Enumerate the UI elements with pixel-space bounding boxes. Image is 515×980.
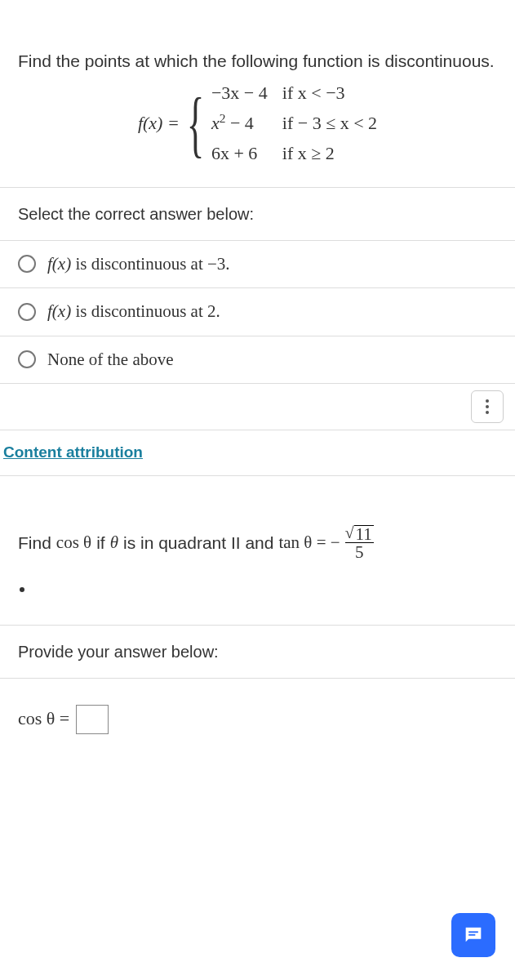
radio-icon <box>18 350 36 368</box>
content-attribution: Content attribution <box>0 430 515 475</box>
tan-expr: tan θ = − <box>278 531 340 555</box>
piecewise-function: f(x) = { −3x − 4 if x < −3 x2 − 4 if − 3… <box>18 81 497 166</box>
option-2-text: f(x) is discontinuous at 2. <box>47 300 220 323</box>
q1-stem-block: Find the points at which the following f… <box>0 0 515 188</box>
piece3-expr: 6x + 6 <box>211 141 268 167</box>
option-3[interactable]: None of the above <box>0 336 515 384</box>
content-attribution-link[interactable]: Content attribution <box>3 443 143 461</box>
answer-input[interactable] <box>76 705 109 734</box>
q2-prompt: Provide your answer below: <box>0 626 515 679</box>
dots-icon <box>486 399 489 403</box>
cos-theta: cos θ <box>56 531 91 555</box>
radio-icon <box>18 255 36 273</box>
piece1-cond: if x < −3 <box>282 81 377 106</box>
open-brace: { <box>187 96 205 153</box>
more-options-button[interactable] <box>471 390 504 423</box>
option-1[interactable]: f(x) is discontinuous at −3. <box>0 241 515 288</box>
answer-label: cos θ = <box>18 706 69 732</box>
q1-select-prompt: Select the correct answer below: <box>0 188 515 241</box>
piece1-expr: −3x − 4 <box>211 81 268 106</box>
piece3-cond: if x ≥ 2 <box>282 141 377 167</box>
chat-button[interactable] <box>451 913 495 957</box>
option-1-text: f(x) is discontinuous at −3. <box>47 252 230 276</box>
svg-rect-0 <box>468 931 478 933</box>
answer-row: cos θ = <box>0 679 515 751</box>
bullet-dot <box>20 587 24 592</box>
piece2-cond: if − 3 ≤ x < 2 <box>282 111 377 136</box>
option-2[interactable]: f(x) is discontinuous at 2. <box>0 288 515 336</box>
cases-grid: −3x − 4 if x < −3 x2 − 4 if − 3 ≤ x < 2 … <box>211 81 377 166</box>
svg-rect-1 <box>468 934 475 936</box>
fx-label: f(x) = <box>138 111 180 136</box>
chat-icon <box>462 924 485 947</box>
sqrt-icon: √ 11 <box>345 525 374 542</box>
fraction: √ 11 5 <box>345 525 374 561</box>
more-row <box>0 384 515 430</box>
piece2-expr: x2 − 4 <box>211 111 268 136</box>
q2-stem-block: Find cos θ if θ is in quadrant II and ta… <box>0 475 515 626</box>
q1-stem-text: Find the points at which the following f… <box>18 49 497 73</box>
radio-icon <box>18 303 36 321</box>
option-3-text: None of the above <box>47 348 174 372</box>
theta: θ <box>110 531 118 555</box>
